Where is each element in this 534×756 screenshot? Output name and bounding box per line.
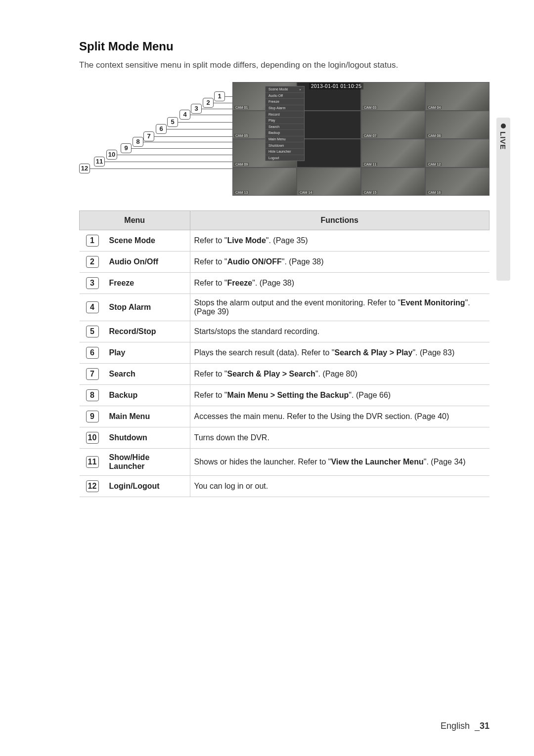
context-menu-item[interactable]: Stop Alarm (266, 105, 304, 112)
menu-name: Scene Mode (105, 230, 190, 252)
table-row: 4Stop AlarmStops the alarm output and th… (80, 294, 490, 321)
table-row: 9Main MenuAccesses the main menu. Refer … (80, 406, 490, 427)
table-row: 11Show/Hide LauncherShows or hides the l… (80, 449, 490, 476)
menu-name: Show/Hide Launcher (105, 449, 190, 476)
row-number: 12 (86, 480, 99, 492)
camera-label: CAM 09 (234, 163, 249, 166)
footer: English _31 (441, 721, 490, 731)
camera-label: CAM 01 (234, 106, 249, 109)
camera-label: CAM 05 (234, 134, 249, 137)
table-row: 7SearchRefer to "Search & Play > Search"… (80, 364, 490, 385)
row-number: 3 (86, 277, 99, 289)
context-menu-item[interactable]: Hide Launcher (266, 149, 304, 155)
camera-cell: CAM 14 (297, 168, 361, 196)
row-number-cell: 12 (80, 476, 105, 497)
camera-cell (297, 139, 361, 168)
footer-lang: English (441, 721, 470, 731)
row-number: 9 (86, 411, 99, 422)
function-desc: Turns down the DVR. (190, 427, 490, 449)
camera-cell: CAM 12 (425, 139, 490, 168)
reference-bold: View the Launcher Menu (331, 458, 423, 466)
reference-bold: Search & Play > Play (335, 348, 413, 357)
function-desc: Stops the alarm output and the event mon… (190, 294, 490, 321)
menu-name: Record/Stop (105, 321, 190, 342)
timestamp: 2013-01-01 01:10:25 (309, 83, 363, 89)
row-number-cell: 6 (80, 342, 105, 364)
callout: 12 (79, 164, 232, 173)
reference-bold: Live Mode (227, 236, 266, 245)
function-desc: Accesses the main menu. Refer to the Usi… (190, 406, 490, 427)
menu-name: Shutdown (105, 427, 190, 449)
row-number-cell: 3 (80, 273, 105, 294)
callout-line (90, 168, 232, 169)
section-title: Split Mode Menu (79, 40, 490, 53)
camera-cell: CAM 07 (361, 111, 425, 139)
camera-label: CAM 13 (234, 191, 249, 194)
row-number: 5 (86, 326, 99, 337)
context-menu[interactable]: Scene Mode▸Audio OffFreezeStop AlarmReco… (265, 86, 305, 161)
side-tab-label: LIVE (499, 131, 507, 150)
callout-area: 123456789101112 (79, 82, 232, 196)
table-row: 3FreezeRefer to "Freeze". (Page 38) (80, 273, 490, 294)
context-menu-item[interactable]: Scene Mode▸ (266, 86, 304, 93)
function-desc: Refer to "Audio ON/OFF". (Page 38) (190, 252, 490, 273)
table-row: 6PlayPlays the search result (data). Ref… (80, 342, 490, 364)
camera-cell (297, 111, 361, 139)
row-number-cell: 11 (80, 449, 105, 476)
function-desc: Refer to "Freeze". (Page 38) (190, 273, 490, 294)
th-menu: Menu (80, 211, 190, 230)
row-number-cell: 1 (80, 230, 105, 252)
camera-label: CAM 14 (299, 191, 313, 194)
row-number-cell: 4 (80, 294, 105, 321)
reference-bold: Search & Play > Search (227, 370, 315, 378)
context-menu-item[interactable]: Freeze (266, 99, 304, 105)
context-menu-item[interactable]: Audio Off (266, 93, 304, 99)
function-desc: Refer to "Search & Play > Search". (Page… (190, 364, 490, 385)
context-menu-item[interactable]: Main Menu (266, 136, 304, 143)
callout-line (202, 109, 232, 109)
camera-label: CAM 12 (427, 163, 442, 166)
table-row: 10ShutdownTurns down the DVR. (80, 427, 490, 449)
table-row: 12Login/LogoutYou can log in or out. (80, 476, 490, 497)
menu-name: Backup (105, 385, 190, 406)
camera-label: CAM 08 (427, 134, 442, 137)
context-menu-item[interactable]: Logout (266, 155, 304, 161)
camera-label: CAM 03 (363, 106, 377, 109)
callout-line (143, 142, 232, 142)
row-number: 4 (86, 301, 99, 313)
camera-cell: CAM 13 (232, 168, 297, 196)
function-desc: You can log in or out. (190, 476, 490, 497)
callout-line (214, 103, 232, 103)
callout-line (105, 162, 232, 162)
context-menu-item[interactable]: Record (266, 111, 304, 118)
function-desc: Refer to "Live Mode". (Page 35) (190, 230, 490, 252)
camera-cell: CAM 04 (425, 82, 490, 111)
table-row: 8BackupRefer to "Main Menu > Setting the… (80, 385, 490, 406)
row-number-cell: 8 (80, 385, 105, 406)
menu-name: Stop Alarm (105, 294, 190, 321)
camera-cell: CAM 11 (361, 139, 425, 168)
context-menu-item[interactable]: Backup (266, 130, 304, 136)
table-row: 5Record/StopStarts/stops the standard re… (80, 321, 490, 342)
row-number-cell: 9 (80, 406, 105, 427)
row-number-cell: 7 (80, 364, 105, 385)
figure: 123456789101112 CAM 01CAM 03CAM 04CAM 05… (79, 82, 490, 196)
function-desc: Refer to "Main Menu > Setting the Backup… (190, 385, 490, 406)
context-menu-item[interactable]: Shutdown (266, 142, 304, 149)
row-number-cell: 2 (80, 252, 105, 273)
callout-line (190, 115, 232, 115)
row-number: 11 (86, 456, 99, 468)
row-number-cell: 5 (80, 321, 105, 342)
camera-label: CAM 04 (427, 106, 442, 109)
intro-text: The context sensitive menu in split mode… (79, 60, 490, 70)
chevron-right-icon: ▸ (300, 87, 301, 91)
camera-cell: CAM 16 (425, 168, 490, 196)
reference-bold: Audio ON/OFF (227, 257, 282, 266)
camera-cell: CAM 08 (425, 111, 490, 139)
table-row: 2Audio On/OffRefer to "Audio ON/OFF". (P… (80, 252, 490, 273)
footer-page: 31 (480, 721, 490, 731)
dvr-screenshot: CAM 01CAM 03CAM 04CAM 05CAM 07CAM 08CAM … (232, 82, 490, 196)
row-number: 2 (86, 256, 99, 268)
context-menu-item[interactable]: Play (266, 118, 304, 124)
context-menu-item[interactable]: Search (266, 124, 304, 130)
